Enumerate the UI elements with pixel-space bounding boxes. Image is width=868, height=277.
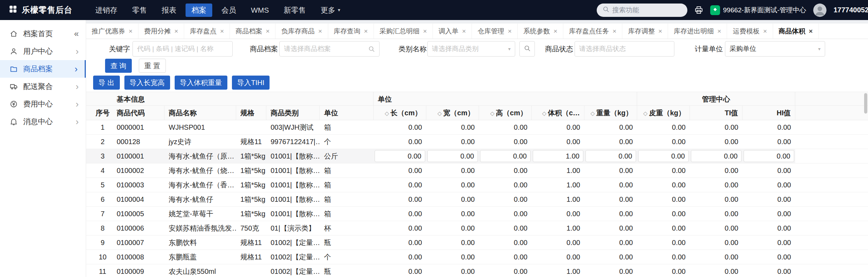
sidebar-item-费用中心[interactable]: 费用中心›: [0, 95, 86, 113]
nav-item-档案[interactable]: 档案: [186, 4, 212, 17]
tab-close-icon[interactable]: ×: [717, 27, 721, 35]
col-volume[interactable]: ◇体积（c…: [532, 106, 584, 120]
sidebar-item-用户中心[interactable]: 用户中心›: [0, 43, 86, 60]
table-row[interactable]: 30100001海有水-鱿鱼仔（原…1箱*5kg01001|【散称…公斤0.00…: [86, 149, 868, 163]
cell-length-input[interactable]: 0.00: [375, 150, 425, 162]
sidebar-menu: 用户中心›商品档案›配送聚合›费用中心›消息中心›: [0, 43, 86, 130]
tab-close-icon[interactable]: ×: [809, 27, 813, 35]
tab-库存盘点[interactable]: 库存盘点×: [184, 24, 230, 39]
cell-ti-input[interactable]: 0.00: [691, 150, 741, 162]
table-row[interactable]: 40100002海有水-鱿鱼仔（烧…1箱*5kg01001|【散称…箱0.000…: [86, 163, 868, 178]
tab-运费模板[interactable]: 运费模板×: [727, 24, 773, 39]
import-volweight-button[interactable]: 导入体积重量: [175, 76, 227, 90]
tab-close-icon[interactable]: ×: [129, 27, 132, 35]
col-length[interactable]: ◇长（cm）: [374, 106, 426, 120]
tab-close-icon[interactable]: ×: [658, 27, 662, 35]
cell-hi-input[interactable]: 0.00: [744, 150, 794, 162]
cell-width-input[interactable]: 0.00: [427, 150, 478, 162]
tab-close-icon[interactable]: ×: [423, 27, 427, 35]
collapse-sidebar-icon[interactable]: «: [74, 30, 79, 38]
sort-icon[interactable]: ◇: [490, 110, 494, 116]
store-selector[interactable]: 99662-新界面测试-管理中心: [710, 5, 807, 15]
sidebar-item-配送聚合[interactable]: 配送聚合›: [0, 78, 86, 95]
col-tare[interactable]: ◇皮重（kg）: [637, 106, 690, 120]
tab-商品档案[interactable]: 商品档案×: [230, 24, 276, 39]
reset-button[interactable]: 重 置: [139, 59, 166, 73]
import-lwh-button[interactable]: 导入长宽高: [124, 76, 170, 90]
tab-close-icon[interactable]: ×: [174, 27, 178, 35]
nav-item-WMS[interactable]: WMS: [244, 0, 276, 20]
table-row[interactable]: 110100009农夫山泉550ml01002|【定量…瓶0.000.000.0…: [86, 264, 868, 277]
sort-icon[interactable]: ◇: [385, 110, 389, 116]
cell-width: 0.00: [426, 135, 479, 149]
tab-close-icon[interactable]: ×: [364, 27, 368, 35]
tab-商品体积[interactable]: 商品体积×: [773, 24, 819, 39]
tab-系统参数[interactable]: 系统参数×: [518, 24, 563, 39]
global-search-input[interactable]: 搜索功能: [597, 4, 687, 17]
table-row[interactable]: 2000128jyz史诗规格1199767122417|…个0.000.000.…: [86, 135, 868, 149]
tab-库存进出明细[interactable]: 库存进出明细×: [668, 24, 727, 39]
nav-item-更多[interactable]: 更多▾: [313, 0, 348, 20]
col-weight[interactable]: ◇重量（kg）: [584, 106, 637, 120]
nav-item-零售[interactable]: 零售: [125, 0, 154, 20]
tab-库存盘点任务[interactable]: 库存盘点任务×: [563, 24, 622, 39]
nav-item-报表[interactable]: 报表: [154, 0, 184, 20]
tab-close-icon[interactable]: ×: [553, 27, 557, 35]
tab-调入单[interactable]: 调入单×: [433, 24, 472, 39]
cell-volume: 1.00: [532, 178, 584, 192]
nav-item-新零售[interactable]: 新零售: [276, 0, 313, 20]
cell-weight-input[interactable]: 0.00: [585, 150, 636, 162]
cell-unit: 个: [320, 250, 374, 264]
import-tihi-button[interactable]: 导入TIHI: [232, 76, 270, 90]
tab-close-icon[interactable]: ×: [508, 27, 512, 35]
export-button[interactable]: 导 出: [93, 76, 120, 90]
tab-close-icon[interactable]: ×: [318, 27, 322, 35]
query-button[interactable]: 查 询: [105, 59, 132, 73]
col-height[interactable]: ◇高（cm）: [479, 106, 532, 120]
category-search-button[interactable]: [519, 41, 535, 57]
cell-volume-input[interactable]: 1.00: [533, 150, 583, 162]
table-row[interactable]: 50100003海有水-鱿鱼仔（香…1箱*5kg01001|【散称…箱0.000…: [86, 178, 868, 192]
cell-seq: 2: [93, 135, 112, 149]
tab-close-icon[interactable]: ×: [266, 27, 270, 35]
table-row[interactable]: 10000001WJHSP001003|WJH测试箱0.000.000.000.…: [86, 120, 868, 135]
tab-负库存商品[interactable]: 负库存商品×: [276, 24, 328, 39]
nav-item-会员[interactable]: 会员: [214, 0, 244, 20]
tab-close-icon[interactable]: ×: [613, 27, 616, 35]
sidebar-item-home[interactable]: 档案首页 «: [0, 25, 86, 43]
col-width[interactable]: ◇宽（cm）: [426, 106, 479, 120]
tab-close-icon[interactable]: ×: [462, 27, 466, 35]
tab-库存调整[interactable]: 库存调整×: [622, 24, 668, 39]
sidebar-item-商品档案[interactable]: 商品档案›: [0, 60, 86, 78]
cell-tare-input[interactable]: 0.00: [638, 150, 689, 162]
tab-采购汇总明细[interactable]: 采购汇总明细×: [374, 24, 433, 39]
tab-label: 调入单: [439, 27, 459, 36]
table-row[interactable]: 60100004海有水-鱿鱼仔1箱*5kg01001|【散称…箱0.000.00…: [86, 192, 868, 207]
tab-仓库管理[interactable]: 仓库管理×: [472, 24, 518, 39]
user-phone[interactable]: 1777400521: [834, 6, 868, 14]
table-row[interactable]: 80100006安媄苏精油香氛洗发…750克01|【演示类】杯0.000.000…: [86, 221, 868, 236]
sort-icon[interactable]: ◇: [438, 110, 442, 116]
sort-icon[interactable]: ◇: [643, 110, 647, 116]
status-select[interactable]: 请选择商品状态: [575, 41, 674, 57]
tab-close-icon[interactable]: ×: [763, 27, 767, 35]
nav-item-进销存[interactable]: 进销存: [88, 0, 125, 20]
vertical-scrollbar[interactable]: [864, 93, 867, 114]
archive-select[interactable]: 请选择商品档案: [279, 41, 380, 57]
sort-icon[interactable]: ◇: [590, 110, 595, 116]
printer-icon[interactable]: [694, 6, 703, 14]
avatar[interactable]: [813, 4, 827, 17]
sidebar-item-消息中心[interactable]: 消息中心›: [0, 113, 86, 130]
table-row[interactable]: 100100008东鹏瓶盖规格1101002|【定量…个0.000.000.00…: [86, 250, 868, 264]
category-select[interactable]: 请选择商品类别 ▾: [427, 41, 515, 57]
tab-推广优惠券[interactable]: 推广优惠券×: [86, 24, 138, 39]
tab-close-icon[interactable]: ×: [220, 27, 224, 35]
cell-height-input[interactable]: 0.00: [480, 150, 531, 162]
table-row[interactable]: 90100007东鹏饮料规格1101002|【定量…瓶0.000.000.000…: [86, 236, 868, 250]
unit-select[interactable]: 采购单位 ▾: [725, 41, 825, 57]
sort-icon[interactable]: ◇: [542, 110, 546, 116]
table-row[interactable]: 70100005姚芝堂-草莓干1箱*5kg01001|【散称…箱0.000.00…: [86, 207, 868, 221]
keyword-input[interactable]: 代码 | 条码 | 速记码 | 名称: [132, 41, 233, 57]
tab-费用分摊[interactable]: 费用分摊×: [138, 24, 184, 39]
tab-库存查询[interactable]: 库存查询×: [328, 24, 374, 39]
